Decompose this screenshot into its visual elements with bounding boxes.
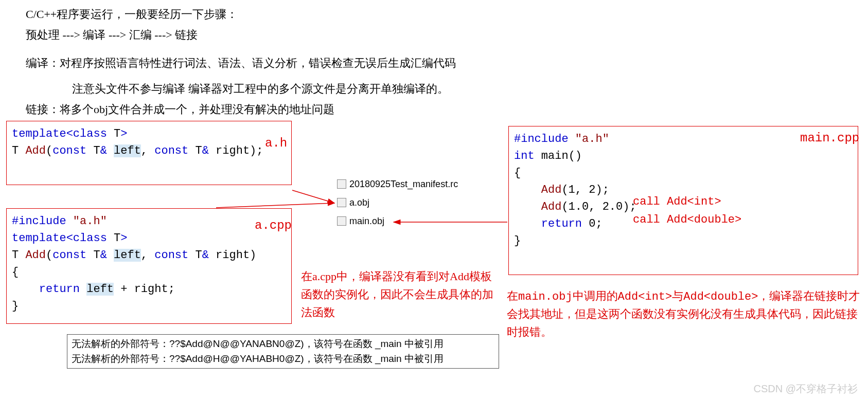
acpp-l2: template<class T> bbox=[12, 230, 286, 247]
annot-acpp: 在a.cpp中，编译器没有看到对Add模板函数的实例化，因此不会生成具体的加法函… bbox=[301, 267, 497, 322]
intro-line2: 预处理 ---> 编译 ---> 汇编 ---> 链接 bbox=[26, 26, 198, 44]
label-a-h: a.h bbox=[265, 136, 287, 150]
call-add-double: call Add<double> bbox=[633, 213, 741, 226]
code-box-a-cpp: #include "a.h" template<class T> T Add(c… bbox=[6, 208, 292, 324]
main-l7: } bbox=[514, 232, 853, 249]
svg-line-2 bbox=[216, 203, 334, 208]
acpp-l1: #include "a.h" bbox=[12, 213, 286, 230]
svg-line-1 bbox=[292, 190, 334, 203]
file-a-obj: a.obj bbox=[337, 193, 458, 212]
label-main-cpp: main.cpp bbox=[800, 131, 859, 145]
intro-line5: 链接：将多个obj文件合并成一个，并处理没有解决的地址问题 bbox=[26, 100, 334, 118]
watermark: CSDN @不穿格子衬衫 bbox=[753, 382, 858, 396]
acpp-l5: return left + right; bbox=[12, 281, 286, 298]
ah-line2: T Add(const T& left, const T& right); bbox=[12, 142, 286, 159]
file-icon bbox=[337, 179, 346, 189]
file-icon bbox=[337, 216, 346, 226]
intro-line3: 编译：对程序按照语言特性进行词法、语法、语义分析，错误检查无误后生成汇编代码 bbox=[26, 54, 456, 72]
acpp-l4: { bbox=[12, 264, 286, 281]
file-main-obj: main.obj bbox=[337, 212, 458, 230]
file-list: 20180925Test_manifest.rc a.obj main.obj bbox=[337, 175, 458, 230]
file-icon bbox=[337, 198, 346, 207]
annot-main: 在main.obj中调用的Add<int>与Add<double>，编译器在链接… bbox=[507, 288, 862, 342]
call-add-int: call Add<int> bbox=[633, 195, 721, 208]
intro-line4: 注意头文件不参与编译 编译器对工程中的多个源文件是分离开单独编译的。 bbox=[72, 80, 449, 98]
error-box: 无法解析的外部符号：??$Add@N@@YANABN0@Z)，该符号在函数 _m… bbox=[67, 334, 499, 369]
error-line-2: 无法解析的外部符号：??$Add@H@@YAHABH0@Z)，该符号在函数 _m… bbox=[72, 352, 494, 367]
main-l3: { bbox=[514, 165, 853, 181]
code-box-a-h: template<class T> T Add(const T& left, c… bbox=[6, 121, 292, 185]
ah-line1: template<class T> bbox=[12, 125, 286, 142]
intro-line1: C/C++程序要运行，一般要经历一下步骤： bbox=[26, 5, 238, 23]
main-l2: int main() bbox=[514, 148, 853, 165]
acpp-l3: T Add(const T& left, const T& right) bbox=[12, 247, 286, 264]
file-manifest: 20180925Test_manifest.rc bbox=[337, 175, 458, 193]
label-a-cpp: a.cpp bbox=[255, 218, 292, 232]
acpp-l6: } bbox=[12, 298, 286, 315]
error-line-1: 无法解析的外部符号：??$Add@N@@YANABN0@Z)，该符号在函数 _m… bbox=[72, 337, 494, 352]
